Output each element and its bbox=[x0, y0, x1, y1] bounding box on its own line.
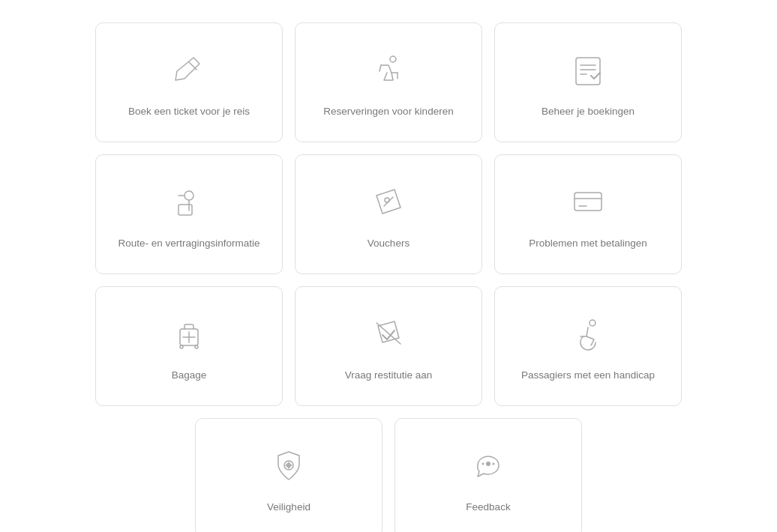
svg-point-6 bbox=[184, 191, 194, 200]
svg-point-29 bbox=[482, 462, 484, 465]
card-route-info[interactable]: Route- en vertragingsinformatie bbox=[95, 154, 283, 274]
bookings-icon bbox=[567, 49, 609, 91]
svg-point-28 bbox=[486, 462, 490, 466]
voucher-icon bbox=[368, 181, 410, 223]
card-manage-bookings[interactable]: Beheer je boekingen bbox=[494, 22, 682, 142]
svg-line-0 bbox=[189, 62, 196, 70]
svg-rect-8 bbox=[178, 205, 192, 215]
handicap-icon bbox=[567, 312, 609, 354]
card-vouchers-label: Vouchers bbox=[368, 236, 410, 251]
card-handicap[interactable]: Passagiers met een handicap bbox=[494, 286, 682, 406]
svg-point-21 bbox=[590, 320, 596, 326]
svg-point-18 bbox=[180, 345, 183, 348]
safety-icon bbox=[268, 444, 310, 486]
child-seat-icon bbox=[368, 49, 410, 91]
card-book-ticket[interactable]: Boek een ticket voor je reis bbox=[95, 22, 283, 142]
card-route-label: Route- en vertragingsinformatie bbox=[118, 236, 260, 251]
svg-rect-2 bbox=[576, 58, 600, 85]
card-safety[interactable]: Veiligheid bbox=[195, 418, 382, 532]
grid-row-1: Boek een ticket voor je reis Reservering… bbox=[81, 22, 696, 142]
card-manage-bookings-label: Beheer je boekingen bbox=[542, 104, 634, 119]
svg-point-19 bbox=[195, 345, 198, 348]
card-vouchers[interactable]: Vouchers bbox=[295, 154, 482, 274]
card-children-label: Reserveringen voor kinderen bbox=[323, 104, 453, 119]
grid-row-4: Veiligheid Feedback bbox=[81, 418, 696, 532]
category-grid: Boek een ticket voor je reis Reservering… bbox=[81, 0, 696, 532]
card-book-ticket-label: Boek een ticket voor je reis bbox=[128, 104, 250, 119]
card-baggage[interactable]: Bagage bbox=[95, 286, 283, 406]
card-payment-label: Problemen met betalingen bbox=[529, 236, 647, 251]
card-safety-label: Veiligheid bbox=[267, 500, 310, 515]
feedback-icon bbox=[467, 444, 509, 486]
card-restitution-label: Vraag restitutie aan bbox=[345, 368, 433, 383]
grid-row-3: Bagage Vraag restitutie aan bbox=[81, 286, 696, 406]
restitution-icon bbox=[368, 312, 410, 354]
card-feedback[interactable]: Feedback bbox=[394, 418, 582, 532]
svg-point-30 bbox=[493, 462, 495, 465]
grid-row-2: Route- en vertragingsinformatie Vouchers bbox=[81, 154, 696, 274]
card-restitution[interactable]: Vraag restitutie aan bbox=[295, 286, 482, 406]
card-feedback-label: Feedback bbox=[466, 500, 510, 515]
route-icon bbox=[168, 181, 210, 223]
card-children-reservations[interactable]: Reserveringen voor kinderen bbox=[295, 22, 482, 142]
svg-rect-12 bbox=[574, 193, 602, 211]
card-handicap-label: Passagiers met een handicap bbox=[521, 368, 655, 383]
card-baggage-label: Bagage bbox=[172, 368, 207, 383]
baggage-icon bbox=[168, 312, 210, 354]
payment-icon bbox=[567, 181, 609, 223]
ticket-icon bbox=[168, 49, 210, 91]
card-payment-problems[interactable]: Problemen met betalingen bbox=[494, 154, 682, 274]
svg-point-1 bbox=[390, 56, 396, 62]
